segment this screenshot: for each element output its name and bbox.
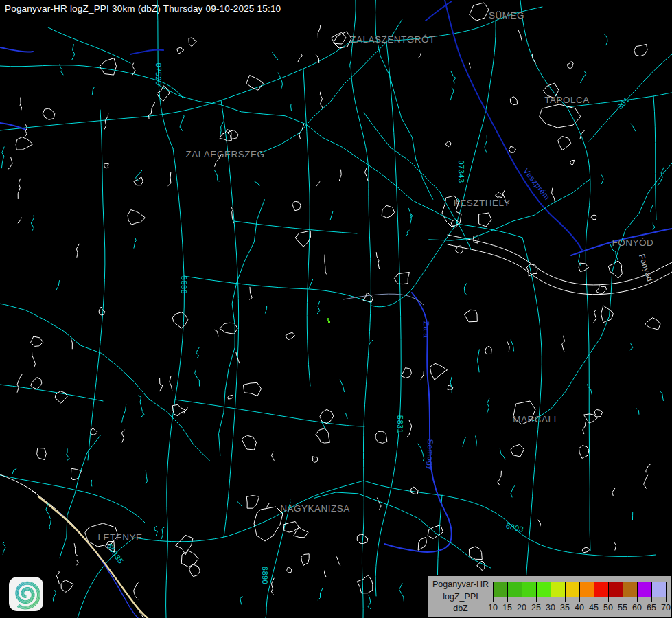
settlement-outline (227, 130, 237, 139)
settlement-outline (316, 428, 329, 443)
legend-color-cell (507, 582, 522, 597)
river-line (0, 47, 33, 52)
map-squiggle (20, 98, 22, 110)
settlement-outline (418, 538, 426, 551)
legend-radar-name: Poganyvar-HR (430, 579, 491, 591)
legend-tick-label: 25 (531, 603, 541, 613)
map-squiggle (376, 253, 379, 269)
map-squiggle (421, 371, 424, 379)
settlement-outline (509, 146, 516, 152)
map-squiggle (330, 211, 333, 220)
legend-tick-label: 50 (603, 603, 613, 613)
road-line (589, 54, 672, 141)
map-squiggle (160, 378, 163, 391)
city-label: ZALAEGERSZEG (186, 149, 265, 159)
map-squiggle (134, 583, 139, 599)
legend-color-cell (579, 582, 594, 597)
settlement-outline (448, 244, 672, 295)
legend-tick-label: 60 (632, 603, 642, 613)
map-squiggle (337, 557, 340, 566)
settlement-outline (496, 192, 503, 197)
road-line (429, 180, 590, 241)
settlement-outline (128, 210, 145, 225)
settlement-outline (645, 318, 660, 330)
map-squiggle (369, 340, 372, 344)
map-squiggle (298, 54, 303, 62)
settlement-outline (596, 286, 607, 293)
settlement-outline (99, 307, 105, 315)
road-line (567, 107, 590, 551)
map-squiggle (407, 420, 411, 437)
legend-tick-mark (522, 597, 522, 602)
map-squiggle (578, 254, 581, 266)
settlement-outline (31, 336, 43, 346)
legend-product: logZ_PPI (430, 591, 491, 604)
map-squiggle (450, 377, 452, 393)
settlement-outline (591, 215, 596, 220)
settlement-outline (243, 382, 261, 396)
settlement-outline (228, 396, 233, 400)
map-squiggle (476, 436, 477, 447)
settlement-outline (100, 58, 116, 75)
map-squiggle (91, 480, 92, 486)
map-squiggle (646, 464, 651, 472)
map-squiggle (507, 341, 509, 351)
settlement-outline (634, 45, 647, 56)
map-squiggle (1, 147, 4, 168)
legend-color-cell (651, 582, 667, 597)
settlement-outline (177, 47, 184, 54)
map-squiggle (237, 501, 242, 506)
map-squiggle (60, 65, 63, 75)
legend-tick-label: 40 (575, 603, 584, 613)
map-squiggle (146, 470, 147, 483)
settlement-outline (401, 368, 411, 378)
settlement-outline (375, 431, 387, 443)
road-line (364, 113, 471, 249)
map-squiggle (56, 281, 60, 290)
legend-color-scale: 10152025303540455055606570 (493, 582, 667, 597)
road-line (78, 538, 135, 618)
map-squiggle (463, 437, 466, 447)
road-line (234, 221, 357, 233)
road-line (48, 27, 130, 63)
map-squiggle (537, 520, 540, 527)
settlement-outline (479, 213, 491, 227)
legend-tick-mark (493, 597, 494, 602)
legend-color-cell (493, 582, 508, 597)
settlement-outline (568, 62, 573, 69)
map-squiggle (74, 544, 78, 556)
map-squiggle (317, 301, 319, 313)
settlement-outline (464, 310, 477, 322)
map-squiggle (406, 230, 409, 236)
map-squiggle (271, 452, 274, 461)
map-squiggle (278, 73, 282, 89)
road-number-label: 07520 (154, 62, 163, 85)
settlement-outline (511, 444, 524, 457)
map-squiggle (12, 468, 16, 474)
settlement-outline (579, 446, 589, 459)
map-squiggle (196, 347, 199, 358)
map-squiggle (240, 597, 243, 604)
map-squiggle (318, 25, 321, 38)
map-squiggle (135, 170, 142, 181)
river-line (130, 49, 163, 54)
map-squiggle (340, 380, 344, 392)
settlement-outline (394, 273, 409, 284)
road-line (60, 435, 101, 558)
legend-tick-mark (623, 597, 623, 602)
legend-color-cell (623, 582, 638, 597)
map-squiggle (180, 115, 184, 131)
map-squiggle (92, 87, 94, 95)
map-squiggle (630, 344, 633, 350)
map-squiggle (77, 560, 79, 565)
settlement-outline (301, 554, 309, 566)
legend-tick-mark (536, 597, 537, 602)
map-squiggle (661, 392, 664, 401)
legend-color-cell (565, 582, 580, 597)
road-line (184, 276, 371, 303)
road-line (175, 400, 364, 426)
map-squiggle (53, 591, 56, 602)
map-squiggle (161, 527, 165, 539)
legend-color-cell (551, 582, 566, 597)
country-border-line (38, 496, 148, 618)
